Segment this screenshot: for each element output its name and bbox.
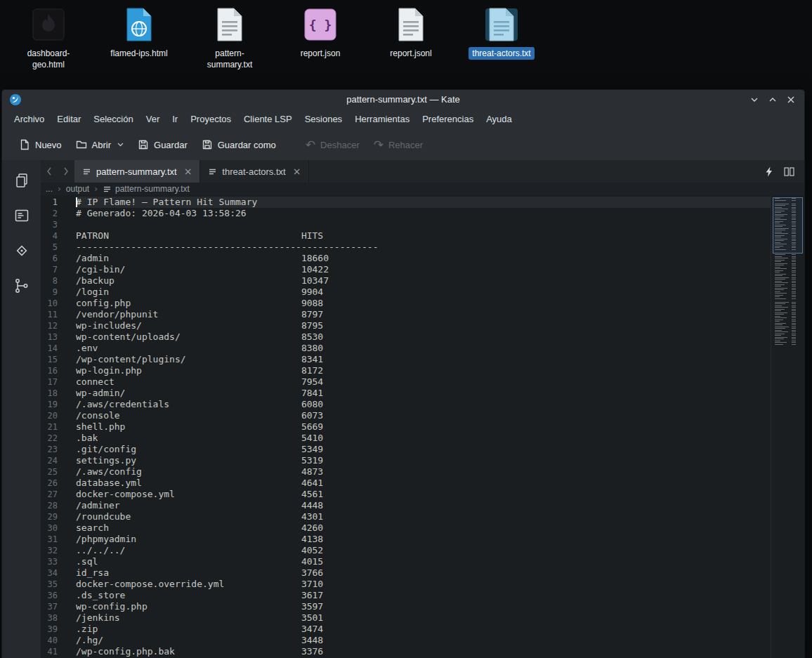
code-line[interactable]: ../../../ 4052 — [76, 545, 771, 556]
minimap-texture-line — [775, 296, 804, 297]
open-button[interactable]: Abrir — [69, 134, 131, 155]
menu-selecci-n[interactable]: Selección — [87, 111, 139, 127]
code-line[interactable]: /admin 18660 — [76, 253, 771, 264]
undo-button[interactable]: ↶ Deshacer — [299, 135, 367, 155]
line-number: 30 — [41, 522, 58, 534]
code-line[interactable]: connect 7954 — [76, 376, 771, 388]
code-line[interactable]: .sql 4015 — [76, 556, 771, 567]
code-line[interactable]: ----------------------------------------… — [76, 242, 771, 253]
code-line[interactable]: /wp-content/plugins/ 8341 — [76, 354, 771, 365]
code-line[interactable]: id_rsa 3766 — [76, 567, 771, 579]
menu-sesiones[interactable]: Sesiones — [299, 111, 348, 127]
code-line[interactable]: wp-content/uploads/ 8530 — [76, 331, 771, 343]
desktop-icon-flamed-ips-html[interactable]: flamed-ips.html — [98, 7, 181, 60]
code-line[interactable]: shell.php 5669 — [76, 421, 771, 433]
line-number: 27 — [41, 489, 58, 500]
menu-preferencias[interactable]: Preferencias — [416, 111, 480, 127]
code-line[interactable]: /cgi-bin/ 10422 — [76, 264, 771, 275]
tab-close-icon[interactable]: × — [293, 166, 301, 177]
code-area[interactable]: # IP Flame! — Pattern Hit Summary# Gener… — [76, 195, 771, 658]
code-line[interactable]: docker-compose.override.yml 3710 — [76, 579, 771, 590]
split-view-icon[interactable] — [784, 167, 794, 176]
code-line[interactable]: wp-admin/ 7841 — [76, 388, 771, 399]
menu-ayuda[interactable]: Ayuda — [480, 111, 518, 127]
code-line[interactable]: /.aws/config 4873 — [76, 466, 771, 478]
code-line[interactable] — [76, 219, 771, 230]
maximize-button[interactable] — [764, 91, 782, 108]
editor-view[interactable]: 1234567891011121314151617181920212223242… — [41, 195, 804, 658]
desktop-icon-label: report.json — [297, 47, 344, 60]
line-number: 17 — [41, 376, 58, 388]
minimap-texture-line — [775, 317, 804, 318]
folding-margin[interactable] — [58, 195, 76, 658]
line-number: 21 — [41, 421, 58, 433]
code-line[interactable]: /.aws/credentials 6080 — [76, 399, 771, 410]
code-line[interactable]: .git/config 5349 — [76, 444, 771, 455]
new-button[interactable]: Nuevo — [12, 134, 69, 155]
new-button-label: Nuevo — [35, 140, 62, 150]
documents-icon[interactable] — [11, 170, 32, 191]
code-line[interactable]: config.php 9088 — [76, 298, 771, 309]
close-button[interactable] — [782, 91, 800, 108]
filesystem-icon[interactable] — [11, 205, 32, 226]
desktop-icon-dashboard-geo-html[interactable]: dashboard-geo.html — [7, 7, 90, 71]
tab-forward-button[interactable] — [58, 160, 74, 183]
symbols-icon[interactable] — [11, 275, 32, 296]
code-line[interactable]: /jenkins 3501 — [76, 612, 771, 624]
redo-button[interactable]: ↷ Rehacer — [367, 135, 430, 155]
code-line[interactable]: # IP Flame! — Pattern Hit Summary — [76, 197, 771, 208]
breadcrumb-segment-output[interactable]: output — [66, 184, 89, 194]
menu-proyectos[interactable]: Proyectos — [184, 111, 237, 127]
menu-ir[interactable]: Ir — [166, 111, 184, 127]
chevron-down-icon[interactable] — [117, 143, 124, 147]
code-line[interactable]: /adminer 4448 — [76, 500, 771, 511]
code-line[interactable]: .env 8380 — [76, 343, 771, 354]
menu-archivo[interactable]: Archivo — [8, 111, 51, 127]
tab-back-button[interactable] — [41, 160, 58, 183]
titlebar[interactable]: pattern-summary.txt — Kate — [2, 90, 804, 109]
minimap-texture-line — [775, 272, 804, 272]
minimap[interactable] — [771, 195, 804, 658]
tab-close-icon[interactable]: × — [184, 166, 192, 177]
code-line[interactable]: wp-login.php 8172 — [76, 365, 771, 376]
minimize-button[interactable] — [745, 91, 764, 108]
breadcrumb-segment-pattern-summary-txt[interactable]: pattern-summary.txt — [103, 184, 190, 194]
menu-cliente-lsp[interactable]: Cliente LSP — [237, 111, 299, 127]
code-line[interactable]: wp-config.php 3597 — [76, 601, 771, 612]
tab-pattern-summary-txt[interactable]: pattern-summary.txt× — [74, 160, 200, 183]
save-button[interactable]: Guardar — [131, 134, 195, 155]
code-line[interactable]: .zip 3474 — [76, 624, 771, 635]
desktop-icon-report-jsonl[interactable]: report.jsonl — [369, 7, 452, 60]
code-line[interactable]: /wp-config.php.bak 3376 — [76, 646, 771, 657]
save-as-button[interactable]: Guardar como — [195, 134, 283, 155]
git-icon[interactable] — [11, 240, 32, 261]
code-line[interactable]: PATRON HITS — [76, 230, 771, 242]
minimap-texture-line — [775, 286, 804, 287]
code-line[interactable]: /console 6073 — [76, 410, 771, 421]
desktop-icon-pattern-summary-txt[interactable]: pattern-summary.txt — [188, 7, 271, 71]
code-line[interactable]: wp-includes/ 8795 — [76, 320, 771, 331]
tab-threat-actors-txt[interactable]: threat-actors.txt× — [200, 160, 309, 183]
menu-editar[interactable]: Editar — [51, 111, 87, 127]
code-line[interactable]: search 4260 — [76, 522, 771, 534]
minimap-viewport[interactable] — [773, 197, 803, 254]
code-line[interactable]: /.hg/ 3448 — [76, 635, 771, 646]
quick-open-icon[interactable] — [765, 166, 773, 177]
code-line[interactable]: # Generado: 2026-04-03 13:58:26 — [76, 208, 771, 219]
code-line[interactable]: settings.py 5319 — [76, 455, 771, 466]
code-line[interactable]: /login 9904 — [76, 287, 771, 298]
code-line[interactable]: database.yml 4641 — [76, 478, 771, 489]
code-line[interactable]: /backup 10347 — [76, 275, 771, 287]
code-line[interactable]: docker-compose.yml 4561 — [76, 489, 771, 500]
code-line[interactable]: /phpmyadmin 4138 — [76, 534, 771, 545]
minimap-texture-line — [775, 334, 804, 334]
desktop-icon-threat-actors-txt[interactable]: threat-actors.txt — [460, 7, 543, 60]
code-line[interactable]: /vendor/phpunit 8797 — [76, 309, 771, 320]
menu-herramientas[interactable]: Herramientas — [348, 111, 416, 127]
code-line[interactable]: .ds_store 3617 — [76, 590, 771, 601]
code-line[interactable]: .bak 5410 — [76, 433, 771, 444]
code-line[interactable]: /roundcube 4301 — [76, 511, 771, 522]
menu-ver[interactable]: Ver — [140, 111, 166, 127]
desktop-icon-report-json[interactable]: { }report.json — [279, 7, 362, 60]
breadcrumb-segment-[interactable]: ... — [46, 184, 53, 194]
